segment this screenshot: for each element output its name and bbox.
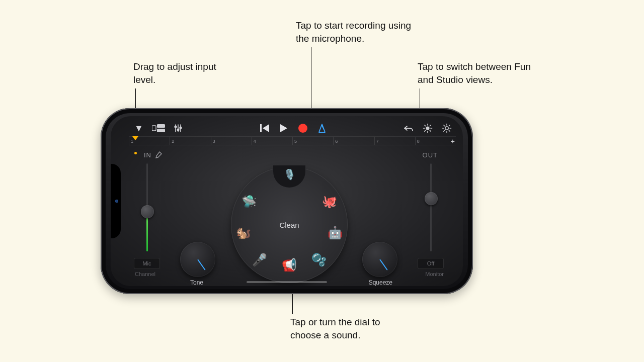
svg-marker-12 — [319, 124, 325, 132]
svg-line-21 — [425, 130, 426, 131]
svg-point-23 — [445, 127, 448, 130]
dial-sound-gold-mic[interactable]: 🎤 — [252, 252, 268, 268]
output-level-slider[interactable] — [430, 163, 432, 251]
svg-rect-2 — [157, 129, 165, 132]
svg-line-31 — [449, 125, 450, 126]
squeeze-label: Squeeze — [369, 279, 392, 286]
toolbar: ▼ — [133, 120, 453, 136]
input-level-slider[interactable] — [146, 163, 148, 251]
squeeze-knob[interactable] — [362, 242, 397, 277]
dial-sound-bubbles[interactable]: 🫧 — [311, 252, 327, 268]
svg-point-7 — [177, 129, 179, 131]
mic-icon: 🎙️ — [283, 168, 296, 180]
playhead-icon[interactable] — [132, 136, 138, 140]
disclosure-icon[interactable]: ▼ — [133, 122, 145, 134]
dial-sound-ufo[interactable]: 🛸 — [241, 194, 257, 210]
svg-line-22 — [430, 125, 431, 126]
play-icon[interactable] — [278, 122, 290, 134]
phone-frame: ▼ — [101, 108, 473, 294]
svg-line-29 — [449, 130, 450, 131]
timeline-ruler[interactable]: + 12345678 — [129, 136, 456, 145]
go-to-beginning-icon[interactable] — [259, 122, 271, 134]
monitor-off-button[interactable]: Off — [418, 258, 444, 269]
ruler-tick: 7 — [374, 137, 379, 145]
monitor-label: Monitor — [425, 271, 444, 277]
dial-notch: 🎙️ — [273, 165, 305, 188]
add-section-icon[interactable]: + — [451, 137, 455, 146]
dial-sound-monster[interactable]: 🐙 — [321, 194, 338, 210]
metronome-icon[interactable] — [316, 122, 328, 134]
svg-point-14 — [426, 126, 429, 130]
svg-rect-9 — [260, 124, 262, 132]
ruler-tick: 2 — [170, 137, 174, 145]
record-icon — [298, 124, 307, 133]
fx-sliders-icon[interactable] — [172, 122, 184, 134]
ruler-tick: 8 — [415, 137, 420, 145]
svg-marker-10 — [263, 124, 269, 132]
svg-point-8 — [180, 127, 182, 129]
dial-sound-robot[interactable]: 🤖 — [327, 225, 343, 241]
undo-icon[interactable] — [403, 122, 415, 134]
ruler-tick: 6 — [333, 137, 338, 145]
annotation-views: Tap to switch between Fun and Studio vie… — [418, 60, 548, 86]
annotation-input-level: Drag to adjust input level. — [133, 60, 234, 86]
sound-dial[interactable]: 🎙️ Clean 🛸🐙🐿️🤖🎤🫧☎️📢 — [231, 166, 348, 283]
svg-line-28 — [444, 125, 445, 126]
mic-button[interactable]: Mic — [134, 258, 160, 269]
home-indicator — [247, 281, 327, 283]
svg-marker-11 — [280, 124, 287, 132]
annotation-dial: Tap or turn the dial to choose a sound. — [290, 316, 411, 341]
device-notch — [111, 164, 121, 238]
tone-label: Tone — [190, 279, 203, 286]
dial-center-label: Clean — [279, 221, 299, 229]
output-level-thumb[interactable] — [425, 192, 438, 205]
ruler-tick: 5 — [292, 137, 297, 145]
input-clip-indicator — [134, 152, 137, 154]
input-level-thumb[interactable] — [141, 205, 154, 218]
tracks-view-icon[interactable] — [152, 122, 165, 134]
main-panel: IN OUT Mic Channel Off Monitor Tone Sque… — [126, 146, 453, 281]
ruler-tick: 4 — [252, 137, 256, 145]
svg-line-20 — [430, 130, 431, 131]
dial-sound-squirrel[interactable]: 🐿️ — [235, 225, 252, 241]
svg-line-19 — [425, 125, 426, 126]
record-button[interactable] — [297, 122, 309, 134]
tone-knob[interactable] — [180, 242, 215, 277]
screen: ▼ — [111, 116, 463, 286]
svg-rect-1 — [157, 124, 165, 128]
ruler-tick: 3 — [211, 137, 215, 145]
input-options-icon[interactable] — [155, 151, 162, 160]
settings-gear-icon[interactable] — [441, 122, 453, 134]
in-label: IN — [144, 151, 151, 159]
svg-rect-0 — [152, 126, 156, 131]
view-switch-icon[interactable] — [422, 122, 434, 134]
out-label: OUT — [423, 151, 438, 159]
channel-label: Channel — [135, 271, 155, 277]
dial-sound-megaphone[interactable]: 📢 — [281, 257, 297, 273]
svg-line-30 — [444, 130, 445, 131]
annotation-record: Tap to start recording using the microph… — [296, 19, 427, 45]
svg-point-6 — [175, 126, 177, 128]
